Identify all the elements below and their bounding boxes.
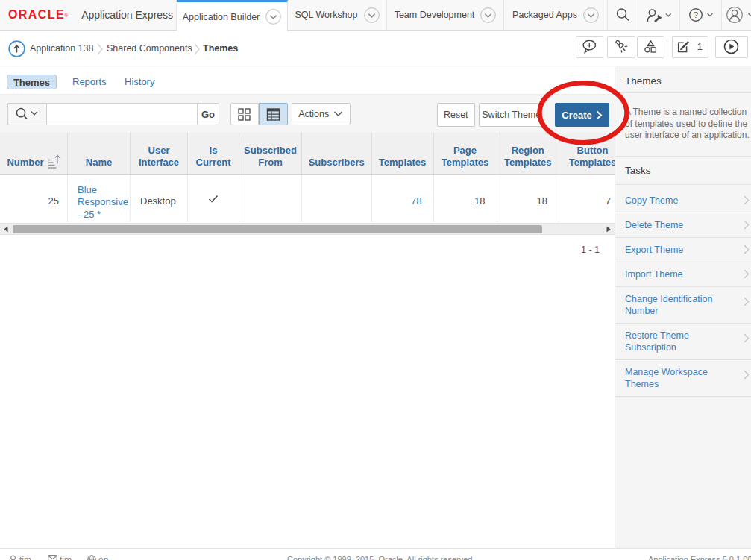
svg-text:?: ? <box>693 10 697 19</box>
